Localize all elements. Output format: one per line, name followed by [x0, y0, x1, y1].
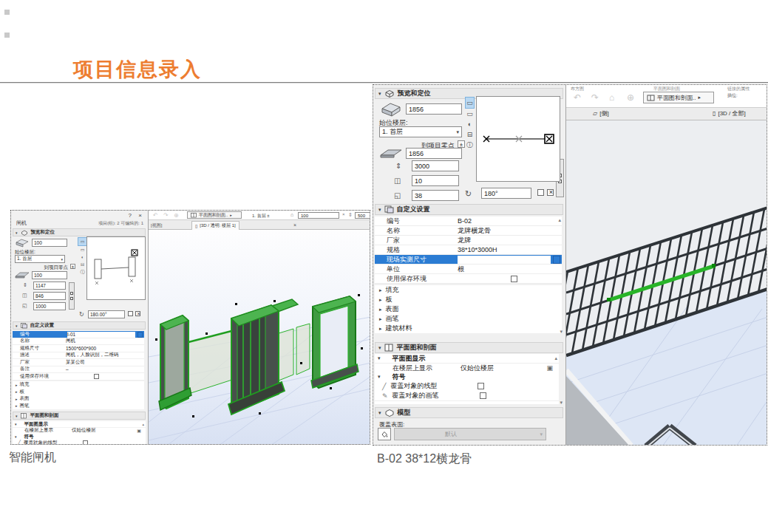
- table-row[interactable]: 描述闸机，人脸识别，二维码: [13, 352, 144, 360]
- undo-icon[interactable]: ↶: [153, 212, 158, 219]
- group-surface[interactable]: ▸表面: [375, 304, 562, 314]
- scroll-up-icon[interactable]: ▴: [142, 422, 144, 426]
- override-linetype-checkbox[interactable]: [83, 440, 88, 445]
- scroll-up-icon[interactable]: ▴: [558, 217, 561, 223]
- elevation-top-input[interactable]: 1856: [406, 103, 462, 115]
- height-input[interactable]: 3000: [412, 160, 459, 171]
- undo-icon[interactable]: ↶: [574, 92, 581, 103]
- plan-section-dropdown[interactable]: 平面图和剖面.. ▸: [187, 211, 242, 219]
- preview-view-icons[interactable]: ▭ ▭ ◐ ⊟ ⓘ: [465, 97, 475, 150]
- preview-canvas[interactable]: [86, 236, 146, 300]
- tab-fragment[interactable]: [视图]: [151, 222, 162, 229]
- preview-canvas[interactable]: [476, 96, 560, 182]
- table-row[interactable]: 名称 龙牌横龙骨: [375, 226, 562, 236]
- show-on-stories-row[interactable]: 在楼层上显示 仅始位楼层 ▣: [375, 363, 559, 372]
- table-row[interactable]: 厂家某某公司: [13, 359, 144, 366]
- tab-3d-transparent[interactable]: ▯ [3D / 透明: 楼层 1]: [191, 221, 239, 230]
- move-icon[interactable]: ⊕: [174, 212, 179, 219]
- home-story-select[interactable]: 1. 首层 ▾: [15, 255, 65, 263]
- section-header-custom[interactable]: ▾ 自定义设置: [13, 321, 146, 330]
- group-fill[interactable]: ▸填充: [13, 381, 144, 389]
- plus-minus-button[interactable]: ±: [70, 264, 75, 269]
- row-handle[interactable]: [137, 332, 143, 338]
- group-board[interactable]: ▸板: [13, 389, 144, 396]
- depth-input[interactable]: 38: [412, 190, 459, 201]
- second-height-input[interactable]: 500: [355, 212, 370, 219]
- tab-side-view[interactable]: ▱ [侧]: [593, 109, 609, 117]
- scroll-down-icon[interactable]: ▾: [560, 400, 563, 406]
- group-pen[interactable]: ▸画笔: [375, 314, 562, 324]
- override-linetype-row[interactable]: ╱ 覆盖对象的线型: [13, 440, 146, 445]
- row-handle[interactable]: [553, 256, 560, 264]
- table-row[interactable]: 单位 根: [375, 265, 562, 274]
- mirror-checkbox[interactable]: [128, 311, 133, 316]
- help-button[interactable]: ?: [129, 212, 132, 219]
- flip-checkbox-1[interactable]: [135, 311, 140, 316]
- tab-close-icon[interactable]: ×: [293, 222, 296, 228]
- home-icon[interactable]: ⌂: [609, 92, 614, 103]
- section-header-custom[interactable]: ▾ 自定义设置: [375, 204, 563, 215]
- story-quick-label[interactable]: 1. 首层 ±: [252, 213, 270, 219]
- paint-bucket-button[interactable]: [378, 428, 391, 440]
- group-building-material[interactable]: ▸建筑材料: [375, 324, 562, 333]
- table-row[interactable]: 厂家 龙牌: [375, 236, 562, 245]
- symbol-subheader[interactable]: ▾ 符号: [375, 372, 559, 381]
- section-header-preview[interactable]: ▾ 预览和定位: [13, 228, 146, 236]
- tab-3d-all[interactable]: ▯ [3D / 全部]: [713, 109, 746, 117]
- edit-cell[interactable]: I-01: [67, 332, 135, 338]
- close-button[interactable]: ×: [138, 212, 142, 219]
- 3d-view-keel-grid[interactable]: [566, 120, 767, 446]
- close-field-icon[interactable]: ×: [342, 212, 345, 216]
- section-header-model[interactable]: ▾ 模型: [375, 407, 563, 418]
- chain-link-button[interactable]: [69, 282, 75, 310]
- override-linetype-checkbox[interactable]: [478, 383, 484, 389]
- width-input[interactable]: 846: [33, 292, 66, 300]
- table-row[interactable]: 规格尺寸1500*600*900: [13, 345, 144, 352]
- plus-minus-button[interactable]: ±: [458, 140, 465, 148]
- table-row[interactable]: 规格 38*10*3000H: [375, 245, 562, 255]
- clipped-row: [375, 400, 559, 404]
- scroll-down-icon[interactable]: ▾: [560, 329, 563, 335]
- angle-input[interactable]: 180°: [481, 188, 531, 199]
- home-story-select[interactable]: 1. 首层 ▾: [379, 126, 462, 137]
- plan-section-dropdown[interactable]: 平面图和剖面.. ▸: [643, 92, 714, 103]
- elevation-bottom-input[interactable]: 100: [32, 271, 67, 279]
- saved-env-checkbox[interactable]: [511, 276, 517, 282]
- section-header-plan[interactable]: ▾ 平面图和剖面: [13, 412, 146, 420]
- collapse-icon: ▾: [378, 91, 381, 97]
- elevation-top-input[interactable]: 100: [32, 239, 67, 247]
- width-input[interactable]: 10: [412, 175, 459, 186]
- group-board[interactable]: ▸板: [375, 295, 562, 304]
- story-height-input[interactable]: 100: [298, 212, 339, 219]
- table-row[interactable]: 名称闸机: [13, 338, 144, 346]
- flip-checkbox-1[interactable]: [547, 189, 554, 196]
- table-row-selected[interactable]: 编号 I-01: [13, 331, 144, 338]
- elevation-bottom-input[interactable]: 1856: [406, 148, 462, 159]
- override-pen-checkbox[interactable]: [480, 392, 486, 399]
- redo-icon[interactable]: ↷: [163, 212, 169, 219]
- group-pen[interactable]: ▸画笔: [13, 403, 144, 410]
- mirror-checkbox[interactable]: [537, 189, 544, 196]
- group-surface[interactable]: ▸表面: [13, 395, 144, 403]
- group-fill[interactable]: ▸填充: [375, 285, 562, 295]
- saved-env-checkbox[interactable]: [94, 374, 99, 379]
- plan-display-subheader[interactable]: ▾ 平面图显示 ▴: [375, 354, 559, 363]
- table-row[interactable]: 备注–: [13, 366, 144, 374]
- edit-cell[interactable]: [458, 256, 551, 264]
- plan-display-subheader[interactable]: ▾ 平面图显示 ▴: [13, 421, 146, 427]
- redo-icon[interactable]: ↷: [591, 92, 599, 103]
- section-header-plan[interactable]: ▾ 平面图和剖面: [375, 342, 563, 353]
- table-row[interactable]: 使用保存环境: [13, 373, 144, 381]
- slab-icon: [379, 147, 403, 159]
- height-input[interactable]: 1147: [33, 282, 66, 290]
- angle-input[interactable]: 180.00°: [88, 310, 125, 318]
- move-icon[interactable]: ⊕: [627, 92, 634, 103]
- table-row[interactable]: 编号 B-02 ▴: [375, 216, 562, 226]
- table-row[interactable]: 使用保存环境: [375, 274, 562, 284]
- depth-input[interactable]: 1000: [33, 302, 66, 310]
- table-row-selected[interactable]: 现场实测尺寸: [375, 255, 562, 265]
- override-pen-row[interactable]: ✎ 覆盖对象的画笔: [375, 391, 559, 400]
- scroll-up-icon[interactable]: ▴: [554, 355, 557, 361]
- 3d-view-gates[interactable]: [149, 230, 370, 445]
- override-linetype-row[interactable]: ╱ 覆盖对象的线型: [375, 381, 559, 391]
